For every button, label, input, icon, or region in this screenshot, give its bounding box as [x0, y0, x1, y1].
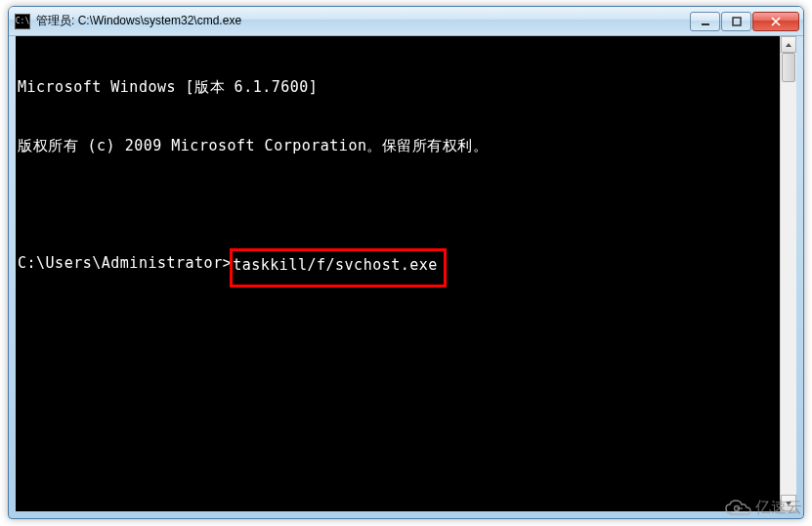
close-icon	[771, 17, 781, 26]
maximize-button[interactable]	[721, 12, 751, 31]
scroll-up-button[interactable]	[781, 36, 796, 53]
cmd-icon: C:\	[15, 14, 30, 29]
client-area: Microsoft Windows [版本 6.1.7600] 版权所有 (c)…	[16, 36, 796, 511]
window-controls	[690, 12, 799, 31]
terminal-line-copyright: 版权所有 (c) 2009 Microsoft Corporation。保留所有…	[18, 136, 778, 155]
maximize-icon	[732, 17, 742, 26]
terminal-prompt-line: C:\Users\Administrator>taskkill/f/svchos…	[18, 253, 778, 287]
terminal-blank-line	[18, 195, 778, 214]
minimize-icon	[701, 17, 710, 26]
scroll-thumb[interactable]	[782, 53, 795, 82]
minimize-button[interactable]	[690, 12, 720, 31]
terminal[interactable]: Microsoft Windows [版本 6.1.7600] 版权所有 (c)…	[16, 36, 780, 511]
watermark: 亿速云	[724, 498, 802, 518]
svg-rect-0	[702, 23, 709, 25]
command-highlight-box: taskkill/f/svchost.exe	[230, 248, 447, 287]
terminal-prompt: C:\Users\Administrator>	[18, 253, 232, 273]
close-button[interactable]	[752, 12, 799, 31]
scroll-up-icon	[785, 41, 792, 49]
vertical-scrollbar[interactable]	[780, 36, 796, 511]
cmd-window: C:\ 管理员: C:\Windows\system32\cmd.exe Mic…	[8, 6, 804, 519]
svg-rect-1	[733, 18, 741, 25]
cloud-icon	[724, 499, 751, 518]
terminal-command: taskkill/f/svchost.exe	[233, 256, 438, 274]
watermark-text: 亿速云	[755, 498, 802, 518]
terminal-line-version: Microsoft Windows [版本 6.1.7600]	[18, 77, 778, 97]
titlebar[interactable]: C:\ 管理员: C:\Windows\system32\cmd.exe	[9, 7, 803, 36]
window-title: 管理员: C:\Windows\system32\cmd.exe	[36, 13, 690, 29]
scroll-track[interactable]	[781, 53, 796, 495]
